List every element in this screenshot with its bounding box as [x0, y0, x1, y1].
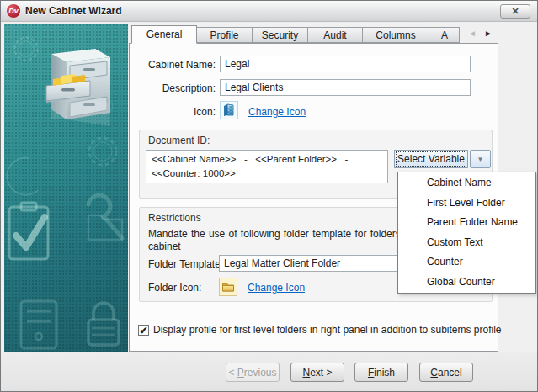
finish-button[interactable]: Finish: [354, 363, 408, 382]
menu-item-custom-text[interactable]: Custom Text: [398, 233, 535, 253]
menu-item-cabinet-name[interactable]: Cabinet Name: [398, 173, 535, 193]
tab-audit[interactable]: Audit: [307, 27, 363, 43]
previous-button: < Previous: [226, 363, 280, 382]
tab-scroll-arrows: ◄ ►: [468, 29, 493, 39]
display-profile-checkbox-label: Display profile for first level folders …: [153, 324, 502, 336]
cancel-button[interactable]: Cancel: [419, 363, 473, 382]
padlock-icon: [88, 303, 119, 345]
tab-strip: General Profile Security Audit Columns A: [131, 25, 459, 44]
previous-button-mnemonic: P: [237, 367, 244, 379]
wizard-button-bar: < Previous Next > Finish Cancel: [1, 352, 537, 392]
change-folder-icon-link[interactable]: Change Icon: [248, 282, 305, 294]
icon-label: Icon:: [131, 106, 216, 118]
display-profile-checkbox[interactable]: ✔: [138, 325, 149, 336]
titlebar[interactable]: Dv New Cabinet Wizard ✕: [1, 1, 537, 22]
cabinet-icon: [220, 101, 238, 119]
app-logo-icon: Dv: [7, 4, 20, 18]
wizard-sidebar-artwork: [4, 24, 128, 352]
next-button[interactable]: Next >: [290, 363, 344, 382]
folder-outline-icon: [88, 215, 122, 240]
description-input[interactable]: [220, 79, 471, 96]
server-icon: [21, 301, 56, 348]
document-id-line2: <<Counter: 1000>>: [152, 167, 382, 181]
select-variable-split-button: Select Variable ▼: [394, 150, 491, 168]
finish-button-text2: inish: [374, 367, 395, 379]
display-profile-check-row: ✔ Display profile for first level folder…: [138, 324, 502, 336]
select-variable-dropdown-arrow-icon[interactable]: ▼: [470, 150, 491, 168]
previous-button-text: <: [228, 367, 237, 379]
finish-button-mnemonic: F: [368, 367, 374, 379]
folder-template-label: Folder Template:: [148, 258, 223, 270]
next-button-text2: ext >: [310, 367, 332, 379]
menu-item-first-level-folder[interactable]: First Level Folder: [398, 193, 535, 214]
tab-clipped[interactable]: A: [429, 27, 460, 43]
tab-columns[interactable]: Columns: [362, 27, 429, 43]
tab-scroll-left-icon[interactable]: ◄: [468, 29, 477, 39]
cancel-button-mnemonic: C: [430, 367, 438, 379]
select-variable-button[interactable]: Select Variable: [394, 150, 468, 168]
cabinet-name-label: Cabinet Name:: [131, 59, 216, 71]
close-button[interactable]: ✕: [500, 4, 530, 19]
previous-button-text2: revious: [244, 367, 277, 379]
cabinet-name-input[interactable]: [220, 56, 471, 72]
cancel-button-text2: ancel: [438, 367, 462, 379]
sidebar-illustration: [4, 24, 128, 352]
file-cabinet-illustration: [46, 49, 110, 126]
document-id-textarea[interactable]: <<Cabinet Name>> - <<Parent Folder>> -<<…: [146, 150, 388, 183]
window-title: New Cabinet Wizard: [25, 5, 122, 17]
description-label: Description:: [131, 82, 216, 94]
change-cabinet-icon-link[interactable]: Change Icon: [248, 106, 306, 118]
next-button-mnemonic: N: [302, 367, 310, 379]
menu-item-counter[interactable]: Counter: [398, 252, 535, 273]
menu-item-global-counter[interactable]: Global Counter: [398, 273, 535, 293]
clipboard-check-icon: [9, 203, 48, 259]
menu-item-parent-folder-name[interactable]: Parent Folder Name: [398, 213, 535, 233]
folder-icon-label: Folder Icon:: [148, 282, 201, 294]
restrictions-group-label: Restrictions: [148, 212, 201, 224]
tab-profile[interactable]: Profile: [196, 27, 253, 43]
wrench-icon: [7, 158, 122, 238]
tab-general[interactable]: General: [131, 25, 197, 44]
document-id-line1: <<Cabinet Name>> - <<Parent Folder>> -: [152, 152, 382, 167]
document-id-group-label: Document ID:: [148, 135, 210, 146]
select-variable-dropdown-menu: Cabinet Name First Level Folder Parent F…: [397, 172, 536, 294]
new-cabinet-wizard-dialog: Dv New Cabinet Wizard ✕: [0, 0, 538, 392]
tab-security[interactable]: Security: [252, 27, 308, 43]
tab-scroll-right-icon[interactable]: ►: [484, 29, 493, 39]
folder-icon: [219, 278, 237, 296]
